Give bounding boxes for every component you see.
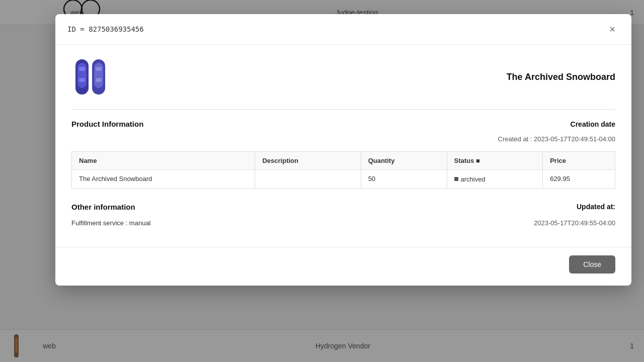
product-image-container xyxy=(71,57,112,97)
updated-at-label: Updated at: xyxy=(577,203,615,211)
other-info-header: Other information Updated at: xyxy=(71,203,615,211)
modal-dialog: ID = 8275036935456 × xyxy=(55,14,631,286)
svg-rect-9 xyxy=(79,78,85,82)
cell-description xyxy=(255,170,361,189)
other-info-content: Fulfillment service : manual 2023-05-17T… xyxy=(71,219,615,227)
col-header-name: Name xyxy=(72,152,255,170)
table-row: The Archived Snowboard 50 archived 629.9… xyxy=(72,170,615,189)
col-header-status: Status ■ xyxy=(447,152,543,170)
product-table: Name Description Quantity Status ■ Price… xyxy=(71,151,615,189)
status-badge: archived xyxy=(454,175,486,183)
modal-id-text: ID = 8275036935456 xyxy=(67,25,144,33)
cell-quantity: 50 xyxy=(361,170,447,189)
svg-rect-13 xyxy=(96,78,102,82)
table-header-row: Name Description Quantity Status ■ Price xyxy=(72,152,615,170)
col-header-quantity: Quantity xyxy=(361,152,447,170)
other-info-title: Other information xyxy=(71,203,135,211)
fulfillment-service-text: Fulfillment service : manual xyxy=(71,219,151,227)
status-dot-icon xyxy=(454,177,458,181)
table-head: Name Description Quantity Status ■ Price xyxy=(72,152,615,170)
created-at-label: Created at : 2023-05-17T20:49:51-04:00 xyxy=(498,135,615,143)
close-button[interactable]: Close xyxy=(569,255,615,274)
creation-date-label: Creation date xyxy=(571,120,615,128)
product-snowboard-image xyxy=(73,57,111,97)
cell-price: 629.95 xyxy=(543,170,615,189)
col-header-description: Description xyxy=(255,152,361,170)
modal-header: ID = 8275036935456 × xyxy=(55,14,631,45)
product-info-header: Product Information Creation date xyxy=(71,120,615,128)
svg-rect-11 xyxy=(94,63,103,88)
cell-name: The Archived Snowboard xyxy=(72,170,255,189)
product-hero: The Archived Snowboard xyxy=(71,57,615,97)
updated-at-value: 2023-05-17T20:49:55-04:00 xyxy=(534,219,615,227)
other-info-section: Other information Updated at: Fulfillmen… xyxy=(71,203,615,227)
modal-close-x-button[interactable]: × xyxy=(605,22,619,36)
created-at-value: 2023-05-17T20:49:51-04:00 xyxy=(534,135,615,143)
svg-rect-7 xyxy=(77,63,87,88)
modal-body: The Archived Snowboard Product Informati… xyxy=(55,45,631,239)
svg-rect-8 xyxy=(79,67,85,71)
modal-footer: Close xyxy=(55,247,631,286)
creation-date-info: Created at : 2023-05-17T20:49:51-04:00 xyxy=(71,134,615,143)
product-title: The Archived Snowboard xyxy=(507,72,615,82)
svg-rect-12 xyxy=(96,67,102,71)
status-icon: ■ xyxy=(476,157,480,164)
cell-status: archived xyxy=(447,170,543,189)
table-body: The Archived Snowboard 50 archived 629.9… xyxy=(72,170,615,189)
status-text: archived xyxy=(461,175,486,183)
col-header-price: Price xyxy=(543,152,615,170)
product-info-title: Product Information xyxy=(71,120,143,128)
divider-1 xyxy=(71,109,615,110)
